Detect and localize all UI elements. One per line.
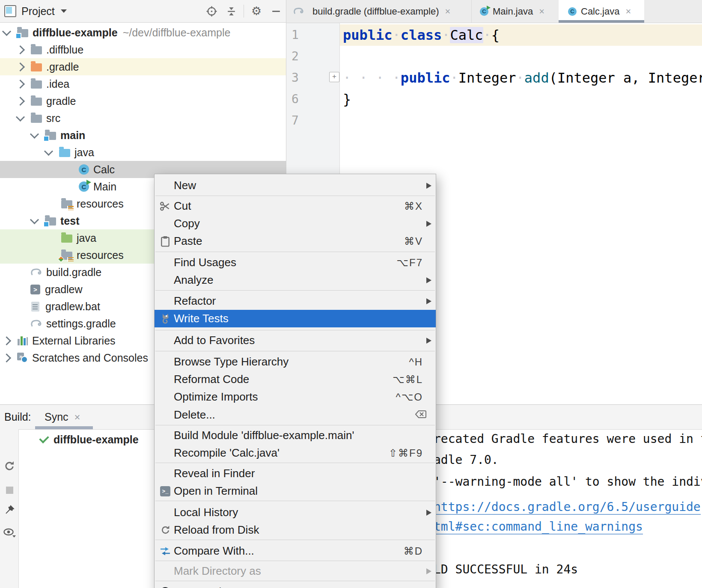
chevron-right-icon[interactable] bbox=[16, 62, 25, 71]
menu-item-compare-with[interactable]: Compare With...⌘D bbox=[155, 542, 436, 560]
tree-item-gradle-cache-dir[interactable]: .gradle bbox=[0, 58, 286, 75]
fold-marker-icon[interactable]: + bbox=[329, 72, 339, 82]
menu-item-create-gist[interactable]: Create Gist bbox=[155, 583, 436, 588]
line-number: 6 bbox=[292, 89, 299, 110]
tab-label: Main.java bbox=[493, 6, 533, 17]
chevron-down-icon[interactable] bbox=[30, 130, 39, 139]
submenu-arrow-icon bbox=[426, 277, 431, 283]
chevron-right-icon[interactable] bbox=[2, 336, 11, 345]
menu-item-mark-directory-as[interactable]: Mark Directory as bbox=[155, 562, 436, 580]
folder-icon bbox=[31, 46, 42, 54]
chevron-down-icon[interactable] bbox=[30, 215, 39, 224]
pin-icon[interactable] bbox=[3, 503, 16, 517]
tree-item-main-java[interactable]: java bbox=[0, 144, 286, 161]
menu-item-recompile[interactable]: Recompile 'Calc.java'⇧⌘F9 bbox=[155, 444, 436, 462]
close-icon[interactable]: × bbox=[539, 6, 544, 17]
menu-item-write-tests[interactable]: Write Tests bbox=[155, 310, 436, 327]
menu-item-reveal-in-finder[interactable]: Reveal in Finder bbox=[155, 465, 436, 482]
chevron-right-icon[interactable] bbox=[16, 96, 25, 105]
build-node-label: diffblue-example bbox=[54, 434, 139, 446]
excluded-folder-icon bbox=[31, 63, 42, 71]
menu-item-add-to-favorites[interactable]: Add to Favorites bbox=[155, 332, 436, 349]
chevron-down-icon[interactable] bbox=[16, 113, 25, 122]
menu-separator bbox=[155, 290, 435, 291]
tree-item-src[interactable]: src bbox=[0, 110, 286, 127]
tree-item-label: java bbox=[74, 146, 94, 159]
tree-item-main[interactable]: main bbox=[0, 127, 286, 144]
close-icon[interactable]: × bbox=[625, 6, 631, 17]
hide-panel-icon[interactable] bbox=[269, 4, 283, 18]
collapse-all-icon[interactable] bbox=[224, 4, 238, 18]
source-root-folder-icon bbox=[45, 132, 56, 140]
menu-item-analyze[interactable]: Analyze bbox=[155, 271, 436, 289]
build-panel-title: Build: bbox=[4, 405, 31, 429]
scratches-icon: » bbox=[17, 353, 28, 363]
refresh-icon[interactable] bbox=[3, 459, 16, 473]
compare-arrows-icon bbox=[159, 546, 172, 556]
chevron-right-icon[interactable] bbox=[16, 79, 25, 88]
tab-calc-java[interactable]: C Calc.java × bbox=[559, 0, 644, 23]
folder-icon bbox=[31, 115, 42, 123]
tab-main-java[interactable]: C Main.java × bbox=[471, 0, 559, 23]
tree-item-project-root[interactable]: diffblue-example ~/dev/diffblue-example bbox=[0, 24, 286, 41]
tree-item-idea-dir[interactable]: .idea bbox=[0, 75, 286, 92]
tree-item-label: test bbox=[60, 215, 79, 227]
tree-item-diffblue-dir[interactable]: .diffblue bbox=[0, 41, 286, 58]
tree-item-label: build.gradle bbox=[46, 266, 101, 279]
console-line: LD SUCCESSFUL in 24s bbox=[434, 562, 578, 576]
menu-item-refactor[interactable]: Refactor bbox=[155, 292, 436, 310]
project-panel-title[interactable]: Project bbox=[21, 5, 55, 18]
menu-item-find-usages[interactable]: Find Usages⌥F7 bbox=[155, 254, 436, 271]
line-number: 1 bbox=[292, 24, 299, 46]
menu-item-reload-from-disk[interactable]: Reload from Disk bbox=[155, 521, 436, 539]
menu-item-open-in-terminal[interactable]: >_ Open in Terminal bbox=[155, 482, 436, 500]
menu-item-paste[interactable]: Paste⌘V bbox=[155, 232, 436, 250]
line-number: 7 bbox=[292, 110, 299, 131]
gradle-elephant-icon bbox=[30, 318, 42, 330]
submenu-arrow-icon bbox=[426, 338, 431, 344]
tree-item-label: diffblue-example bbox=[33, 27, 118, 39]
tree-item-label: settings.gradle bbox=[46, 318, 116, 330]
console-link[interactable]: tml#sec:command_line_warnings bbox=[434, 520, 643, 535]
menu-separator bbox=[155, 501, 435, 501]
menu-item-delete[interactable]: Delete... bbox=[155, 406, 436, 424]
tab-sync[interactable]: Sync × bbox=[45, 405, 80, 429]
runnable-class-icon: C bbox=[480, 7, 488, 16]
menu-item-new[interactable]: New bbox=[155, 177, 436, 194]
tab-build-gradle[interactable]: build.gradle (diffblue-example) × bbox=[286, 0, 472, 23]
active-tab-underline bbox=[559, 20, 644, 23]
menu-item-browse-type-hierarchy[interactable]: Browse Type Hierarchy^H bbox=[155, 353, 436, 371]
chevron-right-icon[interactable] bbox=[16, 45, 25, 54]
dropdown-arrow-icon[interactable] bbox=[61, 9, 67, 13]
menu-item-optimize-imports[interactable]: Optimize Imports^⌥O bbox=[155, 388, 436, 406]
settings-gear-icon[interactable]: ⚙ bbox=[249, 4, 264, 18]
tree-item-label: Scratches and Consoles bbox=[32, 352, 148, 364]
locate-icon[interactable] bbox=[204, 4, 219, 18]
menu-item-copy[interactable]: Copy bbox=[155, 215, 436, 232]
tree-item-label: resources bbox=[77, 198, 124, 210]
console-link[interactable]: https://docs.gradle.org/6.5/userguide bbox=[434, 500, 701, 515]
tree-item-gradle-dir[interactable]: gradle bbox=[0, 92, 286, 110]
submenu-arrow-icon bbox=[426, 298, 431, 304]
success-check-icon bbox=[39, 433, 49, 443]
close-icon[interactable]: × bbox=[445, 6, 451, 17]
menu-separator bbox=[155, 252, 435, 252]
filter-eye-icon[interactable] bbox=[3, 526, 16, 540]
menu-separator bbox=[155, 351, 435, 351]
menu-item-reformat-code[interactable]: Reformat Code⌥⌘L bbox=[155, 371, 436, 388]
scissors-icon bbox=[159, 201, 172, 212]
menu-item-cut[interactable]: Cut⌘X bbox=[155, 197, 436, 215]
line-number: 3 bbox=[292, 67, 299, 89]
chevron-right-icon[interactable] bbox=[2, 353, 11, 362]
chevron-down-icon[interactable] bbox=[44, 147, 53, 156]
chevron-down-icon[interactable] bbox=[2, 27, 11, 36]
runnable-class-icon: C bbox=[79, 181, 89, 192]
resources-folder-icon bbox=[61, 200, 72, 208]
close-icon[interactable]: × bbox=[74, 411, 80, 423]
tree-item-label: .gradle bbox=[46, 61, 79, 73]
tree-item-label: .idea bbox=[46, 78, 69, 90]
stop-icon[interactable] bbox=[3, 483, 16, 497]
build-tree-node[interactable]: diffblue-example bbox=[40, 431, 139, 448]
menu-item-build-module[interactable]: Build Module 'diffblue-example.main' bbox=[155, 427, 436, 444]
menu-item-local-history[interactable]: Local History bbox=[155, 504, 436, 521]
